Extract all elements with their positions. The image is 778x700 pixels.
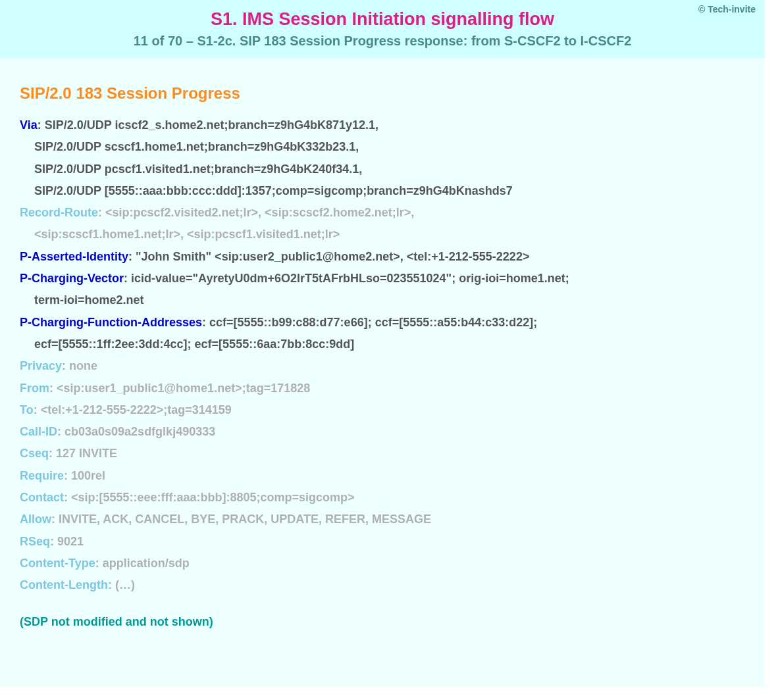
sdp-note: (SDP not modified and not shown) — [20, 615, 745, 629]
header-via-cont: SIP/2.0/UDP [5555::aaa:bbb:ccc:ddd]:1357… — [20, 180, 745, 202]
sip-status-line: SIP/2.0 183 Session Progress — [20, 84, 745, 103]
header-content-type: Content-Type: application/sdp — [20, 553, 745, 574]
header-value: INVITE, ACK, CANCEL, BYE, PRACK, UPDATE,… — [59, 512, 431, 526]
sip-message-body: SIP/2.0 183 Session Progress Via: SIP/2.… — [0, 58, 765, 649]
header-contact: Contact: <sip:[5555::eee:fff:aaa:bbb]:88… — [20, 487, 745, 509]
header-name: Content-Length — [20, 578, 108, 591]
header-value: <tel:+1-212-555-2222>;tag=314159 — [41, 403, 232, 416]
header-value: cb03a0s09a2sdfglkj490333 — [65, 425, 215, 438]
header-name: Cseq — [20, 447, 49, 460]
header-name: P-Charging-Vector — [20, 272, 124, 285]
header-to: To: <tel:+1-212-555-2222>;tag=314159 — [20, 399, 745, 421]
header-name: Record-Route — [20, 206, 98, 219]
header-value: SIP/2.0/UDP icscf2_s.home2.net;branch=z9… — [45, 118, 378, 132]
header-name: Privacy — [20, 359, 62, 372]
header-privacy: Privacy: none — [20, 355, 745, 377]
header-value: application/sdp — [103, 557, 190, 570]
header-value: <sip:[5555::eee:fff:aaa:bbb]:8805;comp=s… — [71, 491, 355, 504]
document-header: © Tech-invite S1. IMS Session Initiation… — [0, 0, 765, 58]
header-p-charging-vector: P-Charging-Vector: icid-value="AyretyU0d… — [20, 268, 745, 289]
header-record-route-cont: <sip:scscf1.home1.net;lr>, <sip:pcscf1.v… — [20, 224, 745, 245]
header-from: From: <sip:user1_public1@home1.net>;tag=… — [20, 378, 745, 399]
page-title: S1. IMS Session Initiation signalling fl… — [16, 9, 749, 30]
header-rseq: RSeq: 9021 — [20, 531, 745, 553]
page-subtitle: 11 of 70 – S1-2c. SIP 183 Session Progre… — [16, 34, 749, 49]
header-p-charging-function-addresses: P-Charging-Function-Addresses: ccf=[5555… — [20, 312, 745, 334]
header-name: RSeq — [20, 535, 50, 548]
header-name: Call-ID — [20, 425, 57, 438]
header-value: "John Smith" <sip:user2_public1@home2.ne… — [136, 250, 529, 263]
header-p-charging-function-addresses-cont: ecf=[5555::1ff:2ee:3dd:4cc]; ecf=[5555::… — [20, 334, 745, 355]
header-name: Contact — [20, 491, 64, 504]
header-value: 9021 — [57, 535, 84, 548]
header-content-length: Content-Length: (…) — [20, 574, 745, 596]
header-value: 100rel — [71, 469, 105, 482]
header-value: <sip:pcscf2.visited2.net;lr>, <sip:scscf… — [105, 206, 414, 219]
header-name: Via — [20, 118, 38, 132]
header-name: From — [20, 382, 49, 395]
header-require: Require: 100rel — [20, 465, 745, 487]
header-p-asserted-identity: P-Asserted-Identity: "John Smith" <sip:u… — [20, 246, 745, 268]
header-value: (…) — [115, 578, 135, 591]
header-value: <sip:user1_public1@home1.net>;tag=171828 — [57, 382, 310, 395]
header-value: icid-value="AyretyU0dm+6O2IrT5tAFrbHLso=… — [131, 272, 569, 285]
header-value: none — [69, 359, 97, 372]
header-value: ccf=[5555::b99:c88:d77:e66]; ccf=[5555::… — [209, 316, 537, 329]
header-name: Allow — [20, 512, 51, 526]
document-page: © Tech-invite S1. IMS Session Initiation… — [0, 0, 765, 687]
header-name: P-Asserted-Identity — [20, 250, 128, 263]
header-via-cont: SIP/2.0/UDP pcscf1.visited1.net;branch=z… — [20, 159, 745, 180]
header-cseq: Cseq: 127 INVITE — [20, 443, 745, 464]
copyright-label: © Tech-invite — [698, 4, 756, 14]
header-p-charging-vector-cont: term-ioi=home2.net — [20, 289, 745, 311]
header-value: 127 INVITE — [56, 447, 117, 460]
header-name: Content-Type — [20, 557, 95, 570]
header-via-cont: SIP/2.0/UDP scscf1.home1.net;branch=z9hG… — [20, 136, 745, 158]
header-call-id: Call-ID: cb03a0s09a2sdfglkj490333 — [20, 421, 745, 443]
header-name: P-Charging-Function-Addresses — [20, 316, 202, 329]
header-record-route: Record-Route: <sip:pcscf2.visited2.net;l… — [20, 202, 745, 224]
header-allow: Allow: INVITE, ACK, CANCEL, BYE, PRACK, … — [20, 509, 745, 530]
header-via: Via: SIP/2.0/UDP icscf2_s.home2.net;bran… — [20, 114, 745, 136]
header-name: To — [20, 403, 34, 416]
header-name: Require — [20, 469, 64, 482]
